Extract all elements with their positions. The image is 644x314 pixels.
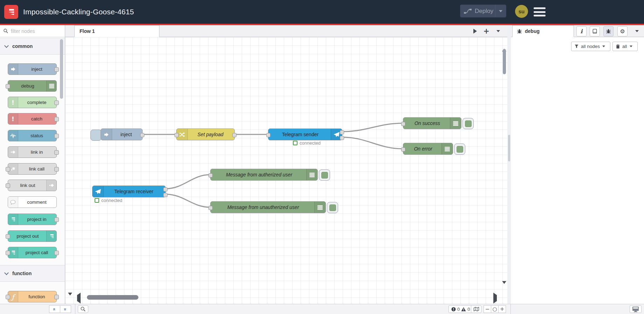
output-port[interactable] [54, 67, 59, 72]
next-flow-button[interactable] [471, 27, 479, 35]
debug-toggle-button[interactable] [454, 144, 465, 155]
zoom-out-button[interactable]: − [484, 305, 491, 313]
debug-toggle-button[interactable] [319, 169, 330, 181]
scroll-right-icon[interactable] [493, 295, 497, 301]
main-menu-button[interactable] [534, 7, 546, 16]
node-inject[interactable]: inject [101, 128, 143, 140]
input-port[interactable] [174, 133, 179, 137]
zoom-in-button[interactable]: + [498, 305, 506, 313]
palette-search[interactable] [0, 25, 65, 37]
flow-list-button[interactable] [494, 27, 502, 35]
horizontal-scrollbar-thumb[interactable] [87, 295, 138, 300]
output-port[interactable] [54, 134, 59, 138]
wire[interactable] [343, 137, 403, 149]
input-port[interactable] [401, 147, 405, 152]
help-tab-button[interactable] [590, 26, 600, 36]
list-lines-icon [46, 81, 56, 91]
input-port[interactable] [6, 295, 10, 299]
output-port-2[interactable] [163, 193, 167, 197]
palette-node-status[interactable]: status [8, 130, 57, 141]
deploy-options-button[interactable] [495, 5, 506, 17]
user-avatar[interactable]: su [515, 5, 528, 18]
input-port[interactable] [6, 167, 10, 172]
output-port[interactable] [232, 133, 237, 137]
debug-message-list[interactable] [511, 51, 644, 304]
scroll-up-icon[interactable] [502, 43, 506, 49]
debug-clear-button[interactable]: all [612, 42, 638, 51]
palette-node-project-out[interactable]: project out [8, 230, 57, 242]
deploy-button[interactable]: Deploy [460, 5, 506, 18]
node-telegram-receiver[interactable]: Telegram receiver [92, 186, 166, 197]
palette-search-input[interactable] [10, 28, 57, 34]
flowfuse-logo-icon[interactable] [4, 5, 18, 19]
node-on-error[interactable]: On error [403, 143, 453, 155]
input-port[interactable] [6, 84, 10, 89]
input-port[interactable] [6, 234, 10, 239]
input-port[interactable] [208, 206, 213, 210]
debug-toggle-button[interactable] [463, 118, 474, 129]
palette-node-inject[interactable]: inject [8, 63, 57, 75]
output-port[interactable] [54, 100, 59, 105]
input-port[interactable] [266, 133, 270, 137]
output-port[interactable] [140, 133, 144, 137]
canvas-search-button[interactable] [78, 305, 88, 313]
palette-node-link-out[interactable]: link out [8, 180, 57, 191]
vertical-scrollbar-thumb[interactable] [503, 49, 506, 74]
palette-node-link-in[interactable]: link in [8, 146, 57, 158]
node-on-success[interactable]: On success [403, 117, 461, 129]
palette-node-project-call[interactable]: project call [8, 247, 57, 258]
sidebar-splitter[interactable] [507, 25, 511, 304]
wire[interactable] [166, 194, 210, 207]
info-tab-button[interactable]: i [576, 26, 587, 36]
palette-node-debug[interactable]: debug [8, 80, 57, 92]
palette-node-function[interactable]: ƒ function [8, 291, 57, 302]
splitter-grip[interactable] [508, 135, 510, 161]
output-port-2[interactable] [340, 136, 344, 140]
add-flow-button[interactable]: + [482, 27, 491, 35]
palette-node-catch[interactable]: ! catch [8, 113, 57, 125]
debug-toggle-button[interactable] [327, 202, 338, 213]
flow-workspace[interactable]: inject Set payload [65, 37, 507, 304]
wire[interactable] [343, 123, 403, 132]
tab-flow-1[interactable]: Flow 1 [74, 25, 159, 37]
node-set-payload[interactable]: Set payload [176, 128, 235, 140]
input-port[interactable] [208, 173, 213, 177]
output-port[interactable] [54, 167, 59, 172]
sidebar-menu-button[interactable] [633, 27, 641, 35]
palette-node-project-in[interactable]: project in [8, 214, 57, 225]
palette-node-link-call[interactable]: link call [8, 163, 57, 175]
collapse-all-button[interactable]: « [49, 305, 60, 313]
output-port-1[interactable] [163, 187, 167, 191]
output-port[interactable] [54, 295, 59, 299]
wire[interactable] [166, 175, 210, 189]
palette-node-comment[interactable]: comment [8, 196, 57, 208]
tab-debug[interactable]: debug [512, 25, 574, 37]
output-port[interactable] [54, 117, 59, 121]
palette-scroll-down-icon[interactable] [68, 295, 72, 302]
node-msg-unauthorized[interactable]: Message from unautherized user [210, 201, 326, 213]
input-port[interactable] [6, 183, 10, 188]
debug-filter-button[interactable]: all nodes [571, 42, 610, 51]
palette-category-function[interactable]: function [0, 265, 65, 282]
input-port[interactable] [6, 251, 10, 255]
node-telegram-sender[interactable]: Telegram sender [268, 128, 342, 140]
palette-scrollbar-thumb[interactable] [60, 39, 63, 99]
navigator-button[interactable] [471, 305, 481, 313]
output-port[interactable] [54, 150, 59, 155]
full-screen-button[interactable] [630, 305, 642, 313]
palette-category-common[interactable]: common [0, 38, 65, 55]
input-port[interactable] [401, 122, 405, 126]
node-msg-authorized[interactable]: Message from autherized user [210, 169, 318, 181]
scroll-left-icon[interactable] [77, 295, 81, 301]
output-port[interactable] [54, 251, 59, 255]
debug-tab-button[interactable] [603, 26, 614, 36]
expand-all-button[interactable]: » [60, 305, 71, 313]
output-port-1[interactable] [340, 130, 344, 134]
settings-tab-button[interactable]: ⚙ [617, 26, 628, 36]
palette-node-complete[interactable]: ! complete [8, 97, 57, 108]
notification-counts[interactable]: 0 0 [448, 305, 473, 313]
inject-trigger-button[interactable] [90, 130, 102, 141]
scroll-down-icon[interactable] [502, 284, 506, 290]
zoom-reset-button[interactable]: ○ [491, 305, 499, 313]
output-port[interactable] [54, 217, 59, 222]
